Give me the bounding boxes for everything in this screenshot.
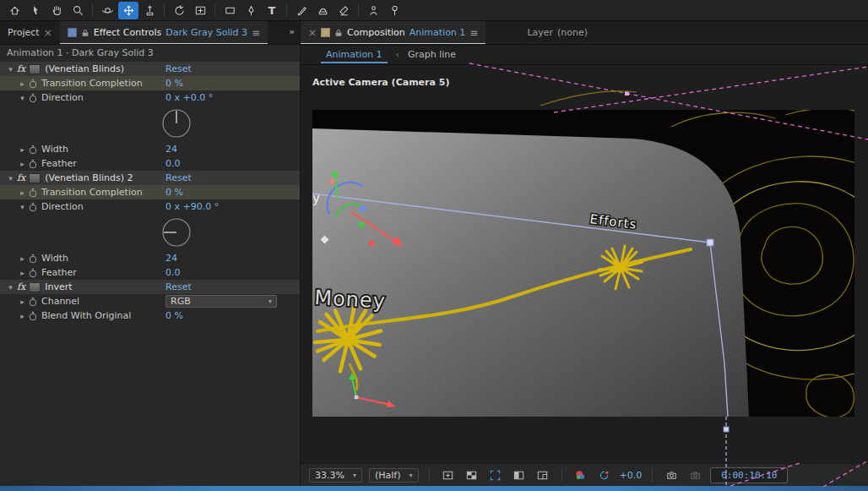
selection-handle[interactable] <box>707 239 713 246</box>
property-value[interactable]: 0 % <box>165 187 183 198</box>
effect-header-row[interactable]: ▾fxInvertReset <box>0 280 300 294</box>
twirl-icon[interactable]: ▸ <box>17 79 28 88</box>
effect-property-row[interactable]: ▸Width24 <box>0 251 300 265</box>
reset-link[interactable]: Reset <box>165 281 192 292</box>
twirl-icon[interactable]: ▸ <box>17 160 28 168</box>
tool-selection-icon[interactable] <box>25 2 46 19</box>
effect-property-row[interactable]: ▸Feather0.0 <box>0 156 300 171</box>
twirl-icon[interactable]: ▸ <box>17 188 28 197</box>
stopwatch-icon[interactable] <box>28 311 38 321</box>
timeline-edge <box>0 486 868 491</box>
composition-canvas[interactable]: Efforts Money y <box>312 110 854 417</box>
comp-nav-current[interactable]: Animation 1 <box>321 46 388 63</box>
channel-select[interactable]: RGB▾ <box>165 295 277 308</box>
tab-overflow-icon[interactable]: » <box>289 26 295 37</box>
tool-dolly-camera-icon[interactable] <box>139 2 160 19</box>
stopwatch-icon[interactable] <box>28 254 38 264</box>
effect-property-row[interactable]: ▸Transition Completion0 % <box>0 76 300 90</box>
tab-composition[interactable]: × Composition Animation 1 ≡ <box>301 21 486 44</box>
tool-roto-brush-icon[interactable] <box>363 2 383 19</box>
tool-brush-icon[interactable] <box>291 2 312 19</box>
screen-layout-icon[interactable] <box>534 466 551 483</box>
property-value[interactable]: 0 % <box>165 78 183 89</box>
effect-property-row[interactable]: ▾Direction0 x +90.0 ° <box>0 199 300 214</box>
tool-zoom-icon[interactable] <box>68 2 88 19</box>
tool-pen-icon[interactable] <box>241 2 261 19</box>
tool-hand-icon[interactable] <box>46 2 67 19</box>
property-value[interactable]: 0 x +0.0 ° <box>165 92 213 103</box>
close-icon[interactable]: × <box>308 27 317 39</box>
comp-viewport[interactable]: Active Camera (Camera 5) <box>301 65 868 463</box>
twirl-icon[interactable]: ▾ <box>17 203 28 211</box>
show-snapshot-icon[interactable] <box>686 466 703 483</box>
tool-home-icon[interactable] <box>4 2 24 19</box>
twirl-icon[interactable]: ▸ <box>17 297 28 306</box>
resolution-select[interactable]: (Half)▾ <box>369 468 419 483</box>
money-text[interactable]: Money <box>314 286 387 313</box>
twirl-icon[interactable]: ▾ <box>17 94 28 102</box>
mask-toggle-icon[interactable] <box>511 466 528 483</box>
zoom-select[interactable]: 33.3%▾ <box>309 468 362 483</box>
channel-settings-icon[interactable] <box>572 466 589 483</box>
direction-dial[interactable] <box>0 105 300 142</box>
stopwatch-icon[interactable] <box>28 297 38 307</box>
effect-property-row[interactable]: ▸Transition Completion0 % <box>0 185 300 199</box>
tool-pan-behind-icon[interactable] <box>190 2 210 19</box>
stopwatch-icon[interactable] <box>28 202 38 212</box>
tool-clone-stamp-icon[interactable] <box>312 2 333 19</box>
effect-property-row[interactable]: ▾Direction0 x +0.0 ° <box>0 90 300 105</box>
direction-dial[interactable] <box>0 214 300 251</box>
property-value[interactable]: 0.0 <box>165 158 181 169</box>
twirl-icon[interactable]: ▾ <box>5 65 16 74</box>
stopwatch-icon[interactable] <box>28 188 38 198</box>
property-value[interactable]: 24 <box>165 253 177 264</box>
tab-effect-controls[interactable]: Effect Controls Dark Gray Solid 3 ≡ <box>60 21 268 44</box>
take-snapshot-icon[interactable] <box>663 466 680 483</box>
property-value[interactable]: 0.0 <box>165 267 181 278</box>
stopwatch-icon[interactable] <box>28 268 38 278</box>
effect-header-row[interactable]: ▾fx(Venetian Blinds) 2Reset <box>0 171 300 185</box>
stopwatch-icon[interactable] <box>28 145 38 155</box>
effect-property-row[interactable]: ▸ChannelRGB▾ <box>0 294 300 308</box>
close-icon[interactable]: × <box>44 27 52 39</box>
effect-header-row[interactable]: ▾fx(Venetian Blinds)Reset <box>0 62 300 76</box>
tab-layer[interactable]: Layer (none) <box>519 21 595 44</box>
exposure-value[interactable]: +0.0 <box>620 470 643 481</box>
timecode-display[interactable]: 0:00:10:10 <box>710 467 788 483</box>
property-value[interactable]: 24 <box>165 144 177 155</box>
twirl-icon[interactable]: ▸ <box>17 312 28 320</box>
comp-nav-other[interactable]: Graph line <box>408 49 456 60</box>
transparency-grid-icon[interactable] <box>464 466 480 483</box>
region-of-interest-icon[interactable] <box>487 466 504 483</box>
twirl-icon[interactable]: ▸ <box>17 145 28 154</box>
property-value[interactable]: 0 x +90.0 ° <box>165 201 219 212</box>
tool-pan-camera-icon[interactable] <box>118 2 138 19</box>
tab-layer-target: (none) <box>557 27 588 38</box>
effect-property-row[interactable]: ▸Width24 <box>0 142 300 156</box>
panel-menu-icon[interactable]: ≡ <box>469 27 478 39</box>
property-value[interactable]: 0 % <box>165 310 183 321</box>
effect-property-row[interactable]: ▸Feather0.0 <box>0 265 300 280</box>
stopwatch-icon[interactable] <box>28 159 38 169</box>
twirl-icon[interactable]: ▾ <box>5 283 16 292</box>
effect-property-row[interactable]: ▸Blend With Original0 % <box>0 308 300 323</box>
twirl-icon[interactable]: ▸ <box>17 269 28 277</box>
twirl-icon[interactable]: ▸ <box>17 254 28 263</box>
reset-link[interactable]: Reset <box>165 172 192 183</box>
tool-eraser-icon[interactable] <box>334 2 354 19</box>
panel-menu-icon[interactable]: ≡ <box>252 27 260 39</box>
reset-link[interactable]: Reset <box>165 63 192 74</box>
tool-rotate-icon[interactable] <box>169 2 189 19</box>
twirl-icon[interactable]: ▾ <box>5 174 16 183</box>
tool-rect-shape-icon[interactable] <box>220 2 240 19</box>
stopwatch-icon[interactable] <box>28 93 38 103</box>
stopwatch-icon[interactable] <box>28 79 38 89</box>
tab-project[interactable]: Project × <box>0 21 60 44</box>
grid-options-icon[interactable] <box>440 466 457 483</box>
tool-orbit-camera-icon[interactable] <box>97 2 117 19</box>
tool-puppet-pin-icon[interactable] <box>384 2 404 19</box>
tool-type-icon[interactable]: T <box>262 2 282 19</box>
solid-layer[interactable] <box>312 128 749 417</box>
breadcrumb[interactable]: Animation 1 · Dark Gray Solid 3 <box>0 45 300 62</box>
reset-exposure-icon[interactable] <box>596 466 613 483</box>
